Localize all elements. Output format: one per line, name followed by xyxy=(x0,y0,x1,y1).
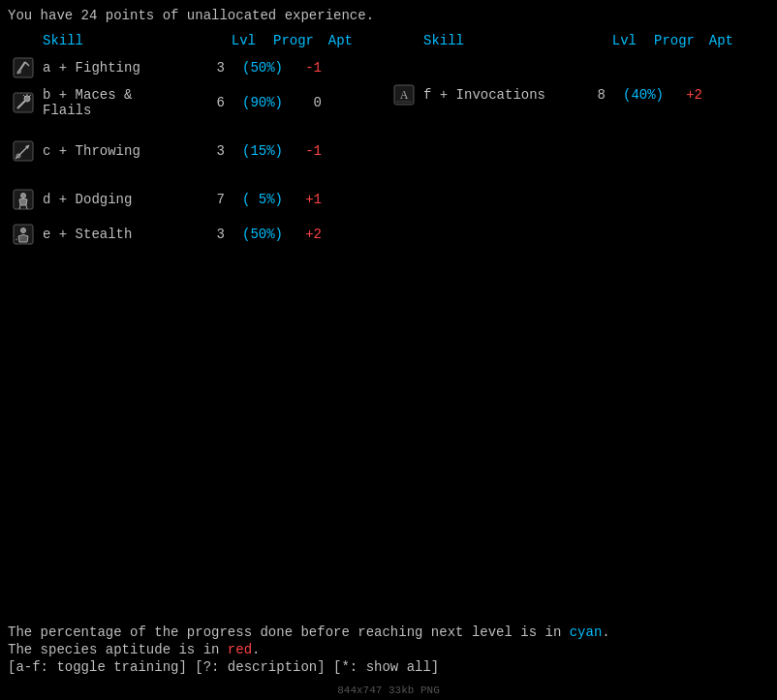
skill-lvl-b: 6 xyxy=(186,95,225,110)
skills-container: Skill Lvl Progr Apt a + Fighting 3 (50 xyxy=(8,33,769,254)
skill-row-d[interactable]: d + Dodging 7 ( 5%) +1 xyxy=(8,184,388,215)
skill-row-e[interactable]: e + Stealth 3 (50%) +2 xyxy=(8,219,388,250)
spacer-2 xyxy=(8,170,388,184)
skill-name-d: d + Dodging xyxy=(43,192,186,207)
skill-progr-a: (50%) xyxy=(225,60,283,76)
svg-point-3 xyxy=(17,70,21,74)
skill-progr-b: (90%) xyxy=(225,95,283,110)
stealth-icon xyxy=(8,221,39,248)
right-apt-header: Apt xyxy=(695,33,733,48)
skill-row-b[interactable]: b + Maces & Flails 6 (90%) 0 xyxy=(8,87,388,118)
footer-line2-post: . xyxy=(252,642,260,657)
skill-row-a[interactable]: a + Fighting 3 (50%) -1 xyxy=(8,52,388,83)
footer: The percentage of the progress done befo… xyxy=(8,624,610,677)
footer-line1-post: . xyxy=(602,624,609,640)
skill-lvl-c: 3 xyxy=(186,143,225,159)
skill-progr-f: (40%) xyxy=(606,87,664,103)
skill-name-a: a + Fighting xyxy=(43,60,186,76)
skill-lvl-d: 7 xyxy=(186,192,225,207)
left-column-headers: Skill Lvl Progr Apt xyxy=(8,33,388,48)
skill-progr-c: (15%) xyxy=(225,143,283,159)
footer-line-1: The percentage of the progress done befo… xyxy=(8,624,610,640)
invocations-icon: A xyxy=(388,81,420,108)
skill-lvl-e: 3 xyxy=(186,227,225,242)
image-info: 844x747 33kb PNG xyxy=(337,685,440,696)
left-skill-column: Skill Lvl Progr Apt a + Fighting 3 (50 xyxy=(8,33,388,254)
spacer-right-2 xyxy=(388,66,769,79)
footer-line1-cyan: cyan xyxy=(570,624,603,640)
svg-point-15 xyxy=(21,194,26,198)
header-text: You have 24 points of unallocated experi… xyxy=(8,8,769,23)
skill-name-f: f + Invocations xyxy=(423,87,567,103)
skill-name-b: b + Maces & Flails xyxy=(43,87,186,118)
skill-apt-c: -1 xyxy=(283,143,322,159)
right-skill-column: Skill Lvl Progr Apt A f + Invocations 8 … xyxy=(388,33,769,254)
screen: You have 24 points of unallocated experi… xyxy=(0,0,777,258)
skill-name-c: c + Throwing xyxy=(43,143,186,159)
right-progr-header: Progr xyxy=(637,33,695,48)
skill-apt-a: -1 xyxy=(283,60,322,76)
footer-line-2: The species aptitude is in red. xyxy=(8,642,610,657)
footer-line-3: [a-f: toggle training] [?: description] … xyxy=(8,659,610,675)
footer-line1-pre: The percentage of the progress done befo… xyxy=(8,624,570,640)
right-skill-header: Skill xyxy=(423,33,598,48)
svg-point-19 xyxy=(21,228,26,233)
skill-apt-d: +1 xyxy=(283,192,322,207)
skill-progr-d: ( 5%) xyxy=(225,192,283,207)
footer-line2-pre: The species aptitude is in xyxy=(8,642,228,657)
skill-name-e: e + Stealth xyxy=(43,227,186,242)
left-lvl-header: Lvl xyxy=(217,33,256,48)
skill-apt-f: +2 xyxy=(664,87,702,103)
skill-apt-b: 0 xyxy=(283,95,322,110)
dodging-icon xyxy=(8,186,39,213)
svg-text:A: A xyxy=(400,88,409,102)
skill-lvl-f: 8 xyxy=(567,87,606,103)
left-skill-header: Skill xyxy=(43,33,217,48)
footer-line2-red: red xyxy=(228,642,252,657)
skill-apt-e: +2 xyxy=(283,227,322,242)
throwing-icon xyxy=(8,137,39,165)
right-column-headers: Skill Lvl Progr Apt xyxy=(388,33,769,48)
maces-icon xyxy=(8,89,39,116)
fighting-icon xyxy=(8,54,39,81)
spacer-1 xyxy=(8,122,388,136)
skill-row-f[interactable]: A f + Invocations 8 (40%) +2 xyxy=(388,79,769,110)
right-lvl-header: Lvl xyxy=(598,33,637,48)
svg-rect-0 xyxy=(14,58,33,77)
skill-progr-e: (50%) xyxy=(225,227,283,242)
left-apt-header: Apt xyxy=(314,33,353,48)
skill-row-c[interactable]: c + Throwing 3 (15%) -1 xyxy=(8,136,388,167)
spacer-right-1 xyxy=(388,52,769,66)
skill-lvl-a: 3 xyxy=(186,60,225,76)
left-progr-header: Progr xyxy=(256,33,314,48)
